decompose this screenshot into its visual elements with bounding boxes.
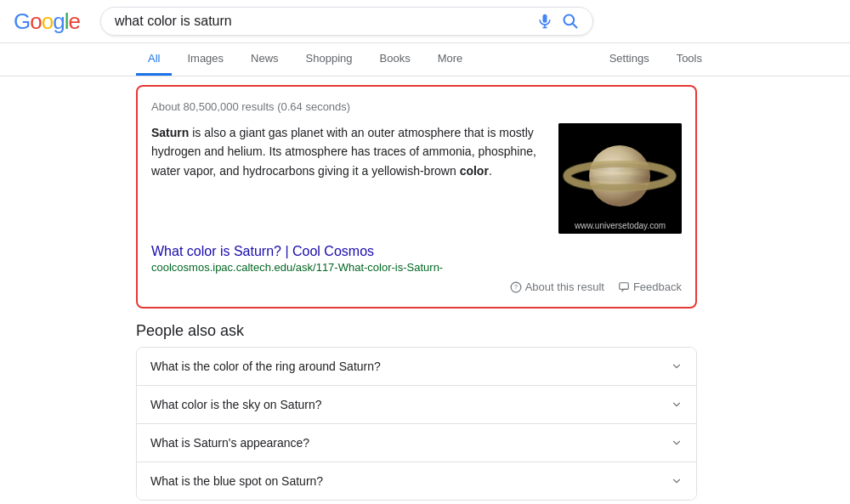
header: Google xyxy=(0,0,850,43)
snippet-link-section: What color is Saturn? | Cool Cosmos cool… xyxy=(151,244,682,274)
snippet-url: coolcosmos.ipac.caltech.edu/ask/117-What… xyxy=(151,261,682,274)
chevron-down-icon-3 xyxy=(671,437,683,449)
question-icon: ? xyxy=(510,281,522,293)
tab-news[interactable]: News xyxy=(239,43,291,76)
snippet-period: . xyxy=(489,164,492,178)
logo-g: G xyxy=(14,8,30,35)
tab-settings[interactable]: Settings xyxy=(598,43,661,76)
svg-rect-0 xyxy=(542,14,547,23)
chevron-down-icon-4 xyxy=(671,475,683,487)
svg-point-10 xyxy=(589,163,650,172)
people-also-ask-label: People also ask xyxy=(136,322,714,340)
search-icon[interactable] xyxy=(562,13,579,30)
about-result-label: About this result xyxy=(525,280,604,293)
faq-question-2: What color is the sky on Saturn? xyxy=(150,398,322,411)
main-content: About 80,500,000 results (0.64 seconds) … xyxy=(0,76,850,504)
chevron-down-icon-2 xyxy=(671,399,683,411)
svg-text:?: ? xyxy=(514,284,518,290)
google-logo: Google xyxy=(14,8,80,35)
faq-item-3[interactable]: What is Saturn's appearance? xyxy=(137,424,696,462)
saturn-svg xyxy=(558,123,682,234)
snippet-footer: ? About this result Feedback xyxy=(151,280,682,293)
tab-all[interactable]: All xyxy=(136,43,172,76)
faq-item-4[interactable]: What is the blue spot on Saturn? xyxy=(137,462,696,500)
tab-shopping[interactable]: Shopping xyxy=(294,43,365,76)
faq-item-1[interactable]: What is the color of the ring around Sat… xyxy=(137,348,696,386)
tab-more[interactable]: More xyxy=(426,43,475,76)
feedback-icon xyxy=(618,281,630,293)
tab-books[interactable]: Books xyxy=(368,43,422,76)
snippet-body: Saturn is also a giant gas planet with a… xyxy=(151,123,682,234)
tab-images[interactable]: Images xyxy=(175,43,235,76)
snippet-text: Saturn is also a giant gas planet with a… xyxy=(151,123,545,234)
logo-g2: g xyxy=(53,8,64,35)
mic-icon[interactable] xyxy=(536,13,553,30)
results-count: About 80,500,000 results (0.64 seconds) xyxy=(151,100,682,113)
about-this-result-btn[interactable]: ? About this result xyxy=(510,280,604,293)
nav-tabs: All Images News Shopping Books More Sett… xyxy=(0,43,850,76)
logo-e: e xyxy=(68,8,79,35)
saturn-image: www.universetoday.com xyxy=(558,123,682,234)
search-box[interactable] xyxy=(100,7,593,36)
faq-item-2[interactable]: What color is the sky on Saturn? xyxy=(137,386,696,424)
faq-question-3: What is Saturn's appearance? xyxy=(150,436,309,450)
chevron-down-icon-1 xyxy=(671,360,683,372)
faq-question-1: What is the color of the ring around Sat… xyxy=(150,360,381,373)
svg-point-11 xyxy=(589,175,650,182)
tab-tools[interactable]: Tools xyxy=(665,43,714,76)
snippet-bold-color: color xyxy=(460,164,489,178)
snippet-result-link[interactable]: What color is Saturn? | Cool Cosmos xyxy=(151,244,682,259)
faq-container: What is the color of the ring around Sat… xyxy=(136,347,697,501)
feedback-label: Feedback xyxy=(633,280,682,293)
logo-o2: o xyxy=(42,8,53,35)
logo-o1: o xyxy=(30,8,41,35)
svg-rect-15 xyxy=(620,282,629,289)
svg-point-12 xyxy=(589,184,650,190)
search-icons xyxy=(536,13,579,30)
feedback-btn[interactable]: Feedback xyxy=(618,280,682,293)
featured-snippet: About 80,500,000 results (0.64 seconds) … xyxy=(136,85,697,309)
snippet-bold-saturn: Saturn xyxy=(151,126,189,139)
image-caption: www.universetoday.com xyxy=(562,221,678,230)
search-input[interactable] xyxy=(115,14,536,29)
faq-question-4: What is the blue spot on Saturn? xyxy=(150,474,323,488)
svg-line-4 xyxy=(572,24,576,28)
